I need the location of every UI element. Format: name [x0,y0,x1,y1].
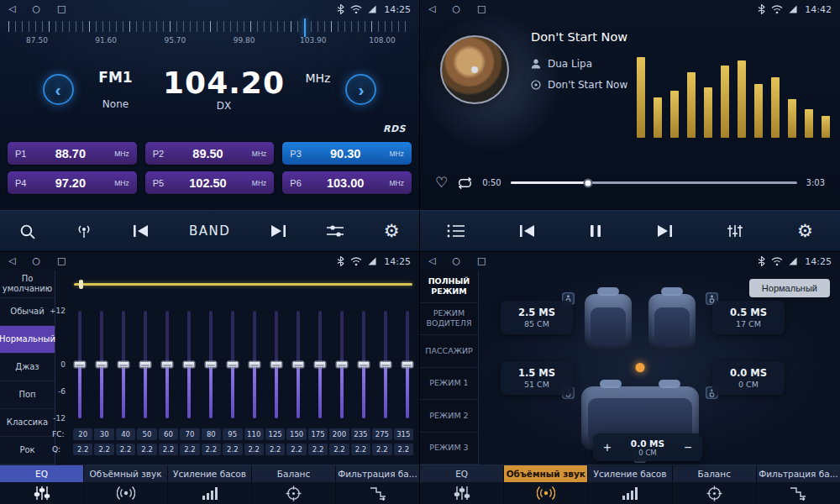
eq-preset-item[interactable]: Поп [0,381,55,409]
previous-track-icon[interactable] [519,224,536,238]
listening-mode-item[interactable]: ПОЛНЫЙ РЕЖИМ [420,270,478,303]
eq-band-slider[interactable] [181,311,196,418]
slider-knob[interactable] [117,361,129,369]
radio-preset-p3[interactable]: P390.30MHz [282,142,412,165]
slider-knob[interactable] [95,361,108,369]
front-left-delay[interactable]: 2.5 MS 85 CM [501,301,573,334]
audio-tab-5[interactable]: Фильтрация ба... [757,465,840,504]
eq-band-slider[interactable] [269,311,283,418]
recents-nav-icon[interactable]: □ [57,0,66,18]
playlist-icon[interactable] [447,224,465,238]
slider-knob[interactable] [160,361,173,369]
home-nav-icon[interactable]: ○ [452,252,460,270]
back-nav-icon[interactable]: ◁ [8,0,15,18]
frequency-scale[interactable]: 87.50 91.60 95.70 99.80 103.90 108.00 [8,21,411,53]
listening-mode-item[interactable]: РЕЖИМ ВОДИТЕЛЯ [420,303,478,336]
eq-band-slider[interactable] [312,311,327,418]
gear-icon[interactable]: ⚙ [384,223,400,240]
gear-icon[interactable]: ⚙ [797,223,813,240]
tuner-settings-icon[interactable] [326,224,344,238]
eq-band-slider[interactable] [291,311,305,418]
eq-band-slider[interactable] [203,311,218,418]
listening-mode-item[interactable]: ПАССАЖИР [420,335,478,368]
seek-up-button[interactable]: › [345,74,376,105]
driver-seat[interactable] [585,294,632,351]
eq-band-slider[interactable] [160,311,174,418]
listening-mode-item[interactable]: РЕЖИМ 2 [420,400,478,433]
eq-band-slider[interactable] [400,311,414,418]
radio-preset-p2[interactable]: P289.50MHz [145,142,275,165]
album-art[interactable] [440,35,509,104]
slider-knob[interactable] [139,361,151,369]
seek-knob[interactable] [583,178,592,187]
eq-band-slider[interactable] [334,311,349,418]
slider-knob[interactable] [335,361,348,369]
audio-tab-4[interactable]: Баланс [673,465,757,504]
eq-band-slider[interactable] [247,311,261,418]
recents-nav-icon[interactable]: □ [477,0,486,18]
listening-mode-item[interactable]: РЕЖИМ 1 [420,368,478,401]
equalizer-icon[interactable] [727,224,743,238]
listening-position-dot[interactable] [636,363,645,372]
slider-knob[interactable] [204,361,217,369]
radio-preset-p6[interactable]: P6103.00MHz [282,171,412,194]
eq-preset-item[interactable]: Нормальный [0,326,55,354]
home-nav-icon[interactable]: ○ [452,0,460,18]
home-nav-icon[interactable]: ○ [32,252,40,270]
audio-tab-5[interactable]: Фильтрация ба... [336,465,419,504]
audio-tab-3[interactable]: Усиление басов [588,465,672,504]
recents-nav-icon[interactable]: □ [477,252,486,270]
slider-knob[interactable] [73,361,86,369]
broadcast-icon[interactable] [75,223,93,239]
back-nav-icon[interactable]: ◁ [428,0,435,18]
audio-tab-2[interactable]: Объёмный звук [84,465,168,504]
eq-preset-item[interactable]: Классика [0,409,55,437]
favorite-icon[interactable]: ♡ [435,176,448,190]
passenger-seat[interactable] [648,294,696,351]
seek-bar[interactable] [511,181,797,184]
audio-tab-1[interactable]: EQ [420,465,504,504]
previous-station-icon[interactable] [133,224,150,238]
next-track-icon[interactable] [656,224,673,238]
slider-knob[interactable] [401,361,413,369]
eq-preset-item[interactable]: Джаз [0,354,55,381]
audio-tab-1[interactable]: EQ [0,465,84,504]
slider-knob[interactable] [270,361,282,369]
slider-knob[interactable] [357,361,370,369]
seek-down-button[interactable]: ‹ [43,74,74,105]
audio-tab-4[interactable]: Баланс [252,465,336,504]
eq-preset-item[interactable]: Рок [0,437,55,465]
eq-band-slider[interactable] [356,311,370,418]
band-button[interactable]: BAND [189,223,230,239]
increase-delay-button[interactable]: + [593,440,622,455]
slider-knob[interactable] [248,361,260,369]
eq-preset-item[interactable]: Обычай [0,298,55,326]
front-right-delay[interactable]: 0.5 MS 17 CM [712,301,785,334]
eq-band-slider[interactable] [72,311,87,418]
repeat-icon[interactable] [457,176,473,190]
eq-band-slider[interactable] [378,311,392,418]
slider-knob[interactable] [291,361,304,369]
eq-band-slider[interactable] [94,311,108,418]
back-nav-icon[interactable]: ◁ [8,252,15,270]
radio-preset-p5[interactable]: P5102.50MHz [145,171,275,194]
pause-icon[interactable] [590,224,601,238]
slider-knob[interactable] [226,361,239,369]
decrease-delay-button[interactable]: − [674,440,702,455]
slider-knob[interactable] [182,361,195,369]
eq-band-slider[interactable] [116,311,130,418]
audio-tab-2[interactable]: Объёмный звук [504,465,588,504]
rear-left-delay[interactable]: 1.5 MS 51 CM [501,361,573,395]
slider-knob[interactable] [379,361,391,369]
audio-tab-3[interactable]: Усиление басов [168,465,252,504]
recents-nav-icon[interactable]: □ [57,252,66,270]
master-level-slider[interactable] [74,283,412,286]
radio-preset-p4[interactable]: P497.20MHz [8,171,137,194]
sound-profile-button[interactable]: Нормальный [749,279,830,297]
eq-band-slider[interactable] [225,311,239,418]
next-station-icon[interactable] [270,224,286,238]
eq-preset-item[interactable]: По умолчанию [0,270,55,298]
slider-knob[interactable] [313,361,326,369]
listening-mode-item[interactable]: РЕЖИМ 3 [420,433,478,465]
home-nav-icon[interactable]: ○ [32,0,40,18]
